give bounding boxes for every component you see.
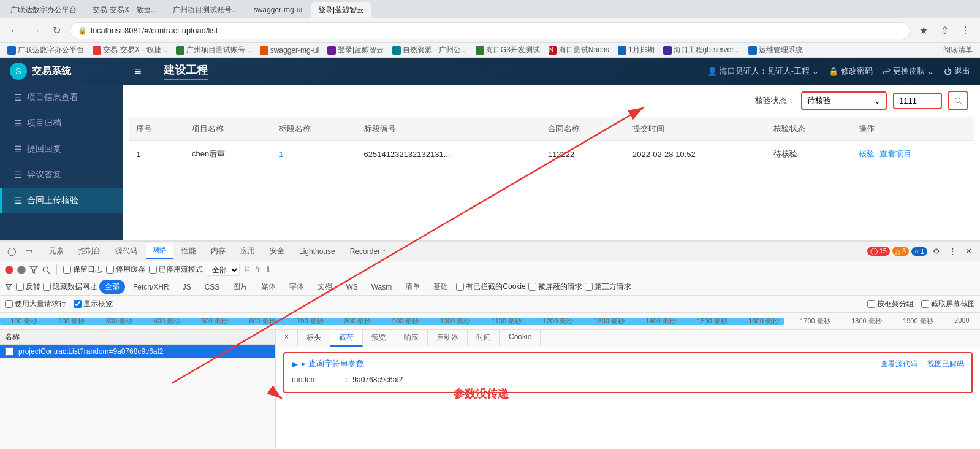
show-overview-checkbox[interactable]: 显示概览 bbox=[74, 299, 113, 309]
disable-stream-input[interactable] bbox=[149, 266, 157, 274]
filter-css[interactable]: CSS bbox=[199, 281, 226, 293]
import-icon[interactable]: ⇧ bbox=[254, 265, 261, 274]
disable-cache-checkbox[interactable]: 停用缓存 bbox=[106, 264, 145, 275]
bookmark-gulianda[interactable]: 广联达数字办公平台 bbox=[5, 44, 86, 56]
detail-tab-response[interactable]: 响应 bbox=[395, 330, 428, 347]
filter-manifest[interactable]: 清单 bbox=[400, 280, 425, 294]
tab-network[interactable]: 网络 bbox=[146, 243, 173, 259]
hide-data-input[interactable] bbox=[43, 283, 51, 291]
tab-2[interactable]: 交易-交易X - 敏捷... bbox=[85, 2, 164, 18]
show-overview-input[interactable] bbox=[74, 300, 82, 308]
network-row-selected[interactable]: projectContractList?random=9a0768c9c6af2 bbox=[0, 345, 275, 359]
bookmark-ziran[interactable]: 自然资源 - 广州公... bbox=[390, 44, 469, 56]
row-checkbox[interactable] bbox=[5, 347, 13, 356]
detail-tab-cookie[interactable]: Cookie bbox=[500, 330, 541, 347]
tab-console[interactable]: 控制台 bbox=[72, 244, 107, 259]
detail-tab-preview[interactable]: 预览 bbox=[363, 330, 395, 347]
search-network-icon[interactable] bbox=[42, 266, 50, 274]
detail-tab-headers[interactable]: 标头 bbox=[298, 330, 330, 347]
tab-recorder[interactable]: Recorder ↑ bbox=[344, 245, 392, 258]
filter-ws[interactable]: WS bbox=[340, 281, 363, 293]
hide-data-urls-checkbox[interactable]: 隐藏数据网址 bbox=[43, 282, 97, 292]
tab-performance[interactable]: 性能 bbox=[175, 244, 202, 259]
view-decoded-link[interactable]: 视图已解码 bbox=[927, 359, 964, 369]
filter-other[interactable]: 基础 bbox=[428, 280, 454, 294]
filter-all[interactable]: 全部 bbox=[99, 280, 125, 294]
detail-close[interactable]: × bbox=[276, 330, 298, 347]
large-rows-checkbox[interactable]: 使用大量请求行 bbox=[5, 299, 66, 309]
td-stage[interactable]: 1 bbox=[272, 141, 356, 167]
device-toggle-icon[interactable]: ▭ bbox=[22, 245, 36, 258]
sidebar-item-archive[interactable]: ☰ 项目归档 bbox=[0, 110, 123, 136]
wifi-icon[interactable]: ⚐ bbox=[243, 265, 251, 274]
change-skin-btn[interactable]: ☍ 更换皮肤 ⌄ bbox=[883, 66, 934, 77]
refresh-button[interactable]: ↻ bbox=[48, 22, 65, 39]
cookie-input[interactable] bbox=[456, 283, 464, 291]
detail-tab-initiator[interactable]: 启动器 bbox=[428, 330, 468, 347]
bookmark-haikou-g3[interactable]: 海口G3开发测试 bbox=[473, 44, 542, 56]
more-devtools-icon[interactable]: ⋮ bbox=[946, 245, 959, 258]
share-button[interactable]: ⇧ bbox=[936, 22, 953, 39]
param-section-title[interactable]: ▶ ▸ 查询字符串参数 查看源代码 视图已解码 bbox=[292, 358, 964, 369]
throttle-select[interactable]: 全部 bbox=[207, 264, 240, 276]
third-party-checkbox[interactable]: 第三方请求 bbox=[585, 282, 631, 292]
bookmark-reading[interactable]: 阅读清单 bbox=[941, 44, 975, 56]
detail-tab-timing[interactable]: 时间 bbox=[468, 330, 500, 347]
bookmark-swagger[interactable]: swagger-mg-ui bbox=[257, 45, 321, 56]
bookmark-lanjing[interactable]: 登录|蓝鲸智云 bbox=[325, 44, 386, 56]
third-party-input[interactable] bbox=[585, 283, 593, 291]
bookmark-guangzhou[interactable]: 广州项目测试账号... bbox=[173, 44, 254, 56]
bookmark-jiaoyi[interactable]: 交易-交易X - 敏捷... bbox=[90, 44, 170, 56]
tab-application[interactable]: 应用 bbox=[234, 244, 261, 259]
sidebar-item-objection[interactable]: ☰ 异议答复 bbox=[0, 162, 123, 188]
filter-doc[interactable]: 文档 bbox=[312, 280, 338, 294]
screenshot-input[interactable] bbox=[921, 300, 929, 308]
detail-tab-payload[interactable]: 截荷 bbox=[330, 330, 363, 347]
filter-media[interactable]: 媒体 bbox=[256, 280, 281, 294]
filter-js[interactable]: JS bbox=[177, 281, 197, 293]
cookie-checkbox[interactable]: 有已拦截的Cookie bbox=[456, 282, 525, 292]
bookmark-nacos[interactable]: N 海口测试Nacos bbox=[546, 44, 612, 56]
verify-button[interactable]: 核验 bbox=[859, 148, 875, 159]
tab-elements[interactable]: 元素 bbox=[43, 244, 70, 259]
filter-fetch[interactable]: Fetch/XHR bbox=[127, 281, 175, 293]
screenshot-checkbox[interactable]: 截取屏幕截图 bbox=[921, 299, 975, 309]
filter-font[interactable]: 字体 bbox=[284, 280, 310, 294]
preserve-log-checkbox[interactable]: 保留日志 bbox=[63, 264, 102, 275]
tab-4[interactable]: swagger-mg-ui bbox=[246, 2, 310, 18]
tab-lighthouse[interactable]: Lighthouse bbox=[293, 245, 341, 258]
filter-icon[interactable] bbox=[29, 266, 38, 274]
invert-input[interactable] bbox=[16, 283, 24, 291]
forward-button[interactable]: → bbox=[27, 22, 44, 39]
filter-img[interactable]: 图片 bbox=[227, 280, 253, 294]
tab-sources[interactable]: 源代码 bbox=[109, 244, 143, 259]
change-password-btn[interactable]: 🔒 修改密码 bbox=[829, 66, 873, 77]
tab-3[interactable]: 广州项目测试账号... bbox=[165, 2, 245, 18]
bookmark-haikou-gb[interactable]: 海口工程gb-server... bbox=[661, 44, 742, 56]
blocked-checkbox[interactable]: 被屏蔽的请求 bbox=[528, 282, 582, 292]
bookmark-paiqing[interactable]: 1月排期 bbox=[615, 44, 657, 56]
tab-1[interactable]: 广联达数字办公平台 bbox=[3, 2, 84, 18]
blocked-input[interactable] bbox=[528, 283, 536, 291]
settings-icon[interactable]: ⚙ bbox=[930, 245, 943, 258]
hamburger-menu[interactable]: ≡ bbox=[135, 65, 142, 78]
tab-security[interactable]: 安全 bbox=[264, 244, 291, 259]
filter-wasm[interactable]: Wasm bbox=[366, 281, 398, 293]
inspect-element-icon[interactable]: ◯ bbox=[5, 245, 18, 258]
more-button[interactable]: ⋮ bbox=[957, 22, 974, 39]
bookmark-star-button[interactable]: ★ bbox=[915, 22, 932, 39]
invert-checkbox[interactable]: 反转 bbox=[16, 282, 40, 292]
logout-btn[interactable]: ⏻ 退出 bbox=[944, 66, 970, 77]
view-source-link[interactable]: 查看源代码 bbox=[881, 359, 917, 369]
address-bar[interactable]: 🔒 localhost:8081/#/contract-upload/list bbox=[70, 22, 910, 39]
export-icon[interactable]: ⇩ bbox=[265, 265, 272, 274]
record-btn[interactable] bbox=[5, 266, 13, 274]
sidebar-item-project-info[interactable]: ☰ 项目信息查看 bbox=[0, 85, 123, 110]
preserve-log-input[interactable] bbox=[63, 266, 71, 274]
status-select[interactable]: 待核验 ⌄ bbox=[801, 91, 887, 110]
close-devtools-icon[interactable]: ✕ bbox=[962, 245, 975, 258]
group-by-frame-checkbox[interactable]: 按框架分组 bbox=[867, 299, 914, 309]
tab-5[interactable]: 登录|蓝鲸智云 bbox=[311, 2, 371, 18]
view-project-button[interactable]: 查看项目 bbox=[879, 148, 911, 159]
large-rows-input[interactable] bbox=[5, 300, 13, 308]
